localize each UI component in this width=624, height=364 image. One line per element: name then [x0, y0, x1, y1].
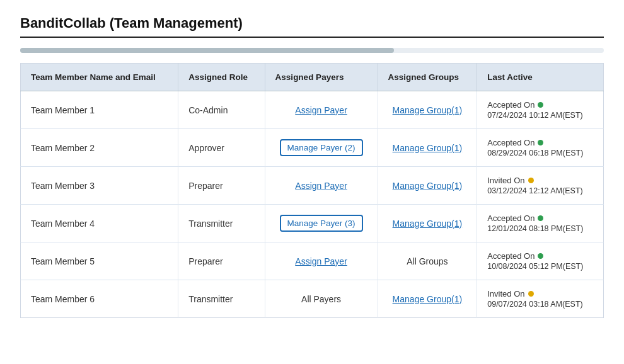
member-payers[interactable]: Assign Payer — [265, 242, 378, 280]
status-dot-icon — [538, 102, 543, 108]
manage-payer-button[interactable]: Manage Payer (3) — [280, 215, 363, 232]
member-last-active: Accepted On10/08/2024 05:12 PM(EST) — [477, 242, 604, 280]
col-header-role: Assigned Role — [178, 64, 265, 91]
scroll-bar[interactable] — [20, 48, 604, 53]
member-groups[interactable]: Manage Group(1) — [378, 129, 477, 167]
member-groups: All Groups — [378, 242, 477, 280]
member-last-active: Invited On09/07/2024 03:18 AM(EST) — [477, 280, 604, 318]
status-dot-icon — [528, 291, 534, 297]
member-name: Team Member 5 — [21, 242, 178, 280]
status-date: 08/29/2024 06:18 PM(EST) — [487, 149, 593, 157]
member-name: Team Member 6 — [21, 280, 178, 318]
member-payers[interactable]: Manage Payer (2) — [265, 129, 378, 167]
manage-group-link[interactable]: Manage Group(1) — [393, 294, 463, 304]
col-header-payers: Assigned Payers — [265, 64, 378, 91]
status-line: Accepted On — [487, 100, 593, 110]
status-dot-icon — [538, 140, 543, 145]
member-groups[interactable]: Manage Group(1) — [378, 91, 477, 129]
table-row: Team Member 6TransmitterAll PayersManage… — [21, 280, 604, 318]
status-label: Invited On — [487, 289, 524, 299]
status-date: 03/12/2024 12:12 AM(EST) — [487, 186, 593, 195]
member-last-active: Accepted On08/29/2024 06:18 PM(EST) — [477, 129, 604, 167]
manage-group-link[interactable]: Manage Group(1) — [393, 181, 463, 191]
member-name: Team Member 2 — [21, 129, 178, 167]
all-groups-text: All Groups — [407, 256, 448, 266]
member-role: Transmitter — [178, 205, 265, 242]
member-last-active: Accepted On07/24/2024 10:12 AM(EST) — [477, 91, 604, 129]
member-payers[interactable]: Assign Payer — [265, 167, 378, 205]
page-title: BanditCollab (Team Management) — [20, 15, 604, 31]
manage-payer-button[interactable]: Manage Payer (2) — [280, 139, 363, 156]
member-payers[interactable]: Assign Payer — [265, 91, 378, 129]
member-role: Preparer — [178, 167, 265, 205]
member-name: Team Member 4 — [21, 205, 178, 242]
member-last-active: Invited On03/12/2024 12:12 AM(EST) — [477, 167, 604, 205]
status-label: Accepted On — [487, 213, 534, 223]
assign-payer-link[interactable]: Assign Payer — [295, 105, 347, 115]
assign-payer-link[interactable]: Assign Payer — [295, 256, 347, 266]
all-payers-text: All Payers — [301, 294, 341, 304]
manage-group-link[interactable]: Manage Group(1) — [393, 143, 463, 153]
member-payers[interactable]: Manage Payer (3) — [265, 205, 378, 242]
member-name: Team Member 3 — [21, 167, 178, 205]
assign-payer-link[interactable]: Assign Payer — [295, 181, 347, 191]
scroll-bar-thumb[interactable] — [20, 48, 394, 53]
member-role: Co-Admin — [178, 91, 265, 129]
member-groups[interactable]: Manage Group(1) — [378, 280, 477, 318]
manage-group-link[interactable]: Manage Group(1) — [393, 105, 463, 115]
status-line: Invited On — [487, 176, 593, 185]
table-row: Team Member 2ApproverManage Payer (2)Man… — [21, 129, 604, 167]
member-payers: All Payers — [265, 280, 378, 318]
status-line: Accepted On — [487, 251, 593, 261]
member-last-active: Accepted On12/01/2024 08:18 PM(EST) — [477, 205, 604, 242]
table-row: Team Member 3PreparerAssign PayerManage … — [21, 167, 604, 205]
status-dot-icon — [528, 178, 534, 183]
team-management-table: Team Member Name and Email Assigned Role… — [20, 63, 604, 318]
col-header-groups: Assigned Groups — [378, 64, 477, 91]
member-role: Approver — [178, 129, 265, 167]
col-header-name: Team Member Name and Email — [21, 64, 178, 91]
status-date: 07/24/2024 10:12 AM(EST) — [487, 111, 593, 120]
table-row: Team Member 1Co-AdminAssign PayerManage … — [21, 91, 604, 129]
member-name: Team Member 1 — [21, 91, 178, 129]
status-dot-icon — [538, 215, 543, 221]
status-label: Accepted On — [487, 138, 534, 147]
member-groups[interactable]: Manage Group(1) — [378, 167, 477, 205]
member-role: Preparer — [178, 242, 265, 280]
col-header-active: Last Active — [477, 64, 604, 91]
status-date: 09/07/2024 03:18 AM(EST) — [487, 300, 593, 309]
status-line: Accepted On — [487, 213, 593, 223]
member-role: Transmitter — [178, 280, 265, 318]
title-divider — [20, 37, 604, 38]
table-row: Team Member 4TransmitterManage Payer (3)… — [21, 205, 604, 242]
status-date: 10/08/2024 05:12 PM(EST) — [487, 262, 593, 271]
status-date: 12/01/2024 08:18 PM(EST) — [487, 224, 593, 233]
status-label: Accepted On — [487, 100, 534, 110]
status-label: Accepted On — [487, 251, 534, 261]
status-line: Accepted On — [487, 138, 593, 147]
manage-group-link[interactable]: Manage Group(1) — [393, 219, 463, 229]
member-groups[interactable]: Manage Group(1) — [378, 205, 477, 242]
status-dot-icon — [538, 253, 543, 259]
status-label: Invited On — [487, 176, 524, 185]
status-line: Invited On — [487, 289, 593, 299]
table-header-row: Team Member Name and Email Assigned Role… — [21, 64, 604, 91]
table-row: Team Member 5PreparerAssign PayerAll Gro… — [21, 242, 604, 280]
